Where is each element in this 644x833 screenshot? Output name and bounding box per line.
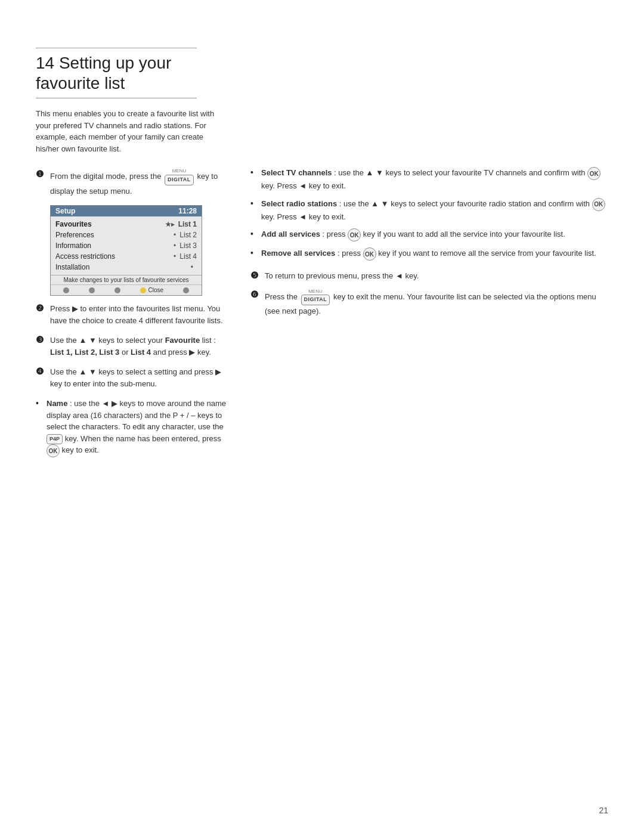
bullet-select-tv-text: Select TV channels : use the ▲ ▼ keys to… (261, 167, 608, 192)
name-bullet-text: Name : use the ◄ ▶ keys to move around t… (47, 398, 227, 457)
tv-btn-2 (89, 287, 95, 293)
chapter-title: 14 Setting up your favourite list (36, 53, 227, 93)
chapter-divider-top (36, 48, 197, 48)
tv-menu-setup-label: Setup (55, 207, 75, 215)
tv-menu-footer: Make changes to your lists of favourite … (51, 275, 202, 284)
tv-menu-row-favourites: Favourites ★▸ List 1 (55, 219, 197, 230)
tv-menu-row-information: Information • List 3 (55, 240, 197, 251)
bullet-remove-all: • Remove all services : press OK key if … (250, 247, 608, 261)
step-3-text: Use the ▲ ▼ keys to select your Favourit… (50, 335, 227, 358)
tv-btn-circle-3 (114, 287, 120, 293)
bullet-dot-remove: • (250, 247, 256, 258)
chapter-number: 14 (36, 54, 54, 72)
tv-menu-row-access: Access restrictions • List 4 (55, 251, 197, 262)
step-6-number: ❻ (250, 289, 260, 300)
bullet-add-all-text: Add all services : press OK key if you w… (261, 228, 608, 241)
bullet-add-all: • Add all services : press OK key if you… (250, 228, 608, 241)
tv-menu-row-preferences: Preferences • List 2 (55, 230, 197, 240)
digital-badge-6: DIGITAL (301, 295, 330, 305)
page-number: 21 (599, 806, 608, 815)
tv-btn-3 (114, 287, 120, 293)
tv-menu-buttons: Close (51, 284, 202, 295)
step-2: ❷ Press ▶ to enter into the favourites l… (36, 303, 227, 326)
step-5-text: To return to previous menu, press the ◄ … (265, 270, 608, 282)
bullet-select-tv: • Select TV channels : use the ▲ ▼ keys … (250, 167, 608, 192)
step-4: ❹ Use the ▲ ▼ keys to select a setting a… (36, 366, 227, 389)
ok-badge-radio: OK (592, 198, 605, 211)
bullet-select-radio: • Select radio stations : use the ▲ ▼ ke… (250, 198, 608, 223)
bullet-remove-all-text: Remove all services : press OK key if yo… (261, 247, 608, 261)
left-column: 14 Setting up your favourite list This m… (36, 48, 227, 463)
tv-btn-close-label: Close (148, 287, 163, 293)
ok-badge-remove: OK (363, 247, 376, 261)
chapter-title-text: Setting up your favourite list (36, 54, 171, 92)
tv-menu-header: Setup 11:28 (51, 206, 202, 216)
step-2-text: Press ▶ to enter into the favourites lis… (50, 303, 227, 326)
bullet-dot-radio: • (250, 198, 256, 208)
step-1: ❶ From the digital mode, press the MENU … (36, 169, 227, 197)
bullet-dot-add: • (250, 228, 256, 239)
tv-menu-time: 11:28 (178, 207, 197, 215)
step-2-number: ❷ (36, 303, 45, 314)
step-6: ❻ Press the MENU DIGITAL key to exit the… (250, 289, 608, 317)
right-column: • Select TV channels : use the ▲ ▼ keys … (250, 48, 608, 463)
ok-badge-tv: OK (587, 167, 600, 180)
tv-menu-row-installation: Installation • (55, 262, 197, 272)
step-6-text: Press the MENU DIGITAL key to exit the m… (265, 289, 608, 317)
tv-btn-circle-1 (63, 287, 69, 293)
tv-btn-close: Close (140, 287, 163, 293)
step-4-text: Use the ▲ ▼ keys to select a setting and… (50, 366, 227, 389)
step-5-number: ❺ (250, 270, 260, 281)
step-1-text: From the digital mode, press the MENU DI… (50, 169, 227, 197)
two-column-layout: 14 Setting up your favourite list This m… (36, 48, 608, 463)
tv-btn-5 (183, 287, 189, 293)
chapter-divider-bottom (36, 98, 197, 98)
ok-badge-add: OK (348, 228, 361, 241)
pip-badge: P4P (47, 434, 63, 445)
step-4-number: ❹ (36, 366, 45, 377)
step-3: ❸ Use the ▲ ▼ keys to select your Favour… (36, 335, 227, 358)
bullet-dot-name: • (36, 398, 42, 408)
name-bullet: • Name : use the ◄ ▶ keys to move around… (36, 398, 227, 457)
tv-btn-1 (63, 287, 69, 293)
page-container: 14 Setting up your favourite list This m… (0, 0, 644, 833)
digital-badge-1: DIGITAL (165, 175, 194, 185)
intro-text: This menu enables you to create a favour… (36, 108, 227, 154)
bullet-dot-tv: • (250, 167, 256, 177)
step-5: ❺ To return to previous menu, press the … (250, 270, 608, 282)
step-3-number: ❸ (36, 335, 45, 345)
tv-menu: Setup 11:28 Favourites ★▸ List 1 Prefere… (50, 205, 202, 296)
tv-btn-circle-5 (183, 287, 189, 293)
tv-menu-body: Favourites ★▸ List 1 Preferences • List … (51, 216, 202, 275)
ok-badge-name: OK (47, 444, 60, 457)
step-1-number: ❶ (36, 169, 45, 179)
tv-btn-circle-2 (89, 287, 95, 293)
bullet-select-radio-text: Select radio stations : use the ▲ ▼ keys… (261, 198, 608, 223)
tv-btn-circle-yellow (140, 287, 146, 293)
